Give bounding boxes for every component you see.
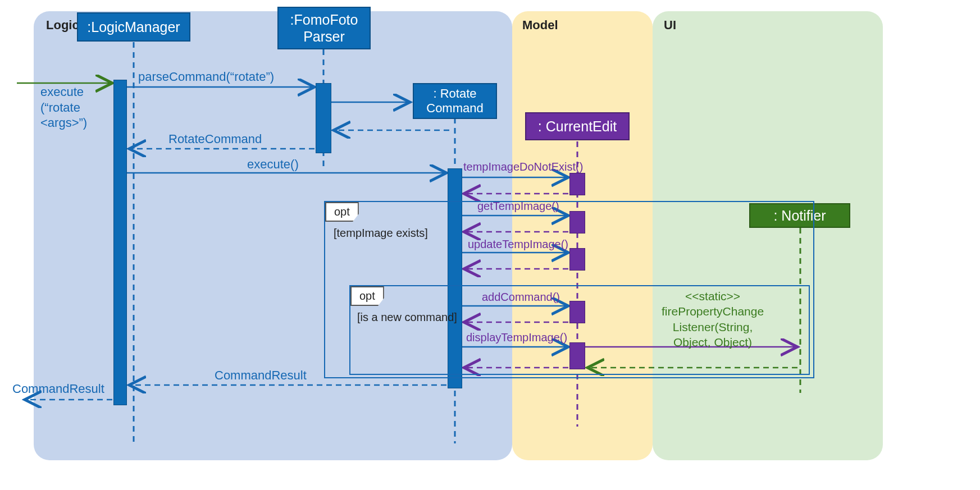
execute-label: execute(): [247, 157, 299, 172]
rotatecommand-lifeline: : Rotate Command: [413, 83, 497, 119]
opt-tag-1: opt: [325, 202, 359, 222]
commandresult-out-label: CommandResult: [12, 382, 104, 396]
displaytempimage-label: displayTempImage(): [466, 331, 567, 344]
logicmanager-activation: [113, 80, 127, 405]
opt-guard-1: [tempImage exists]: [334, 227, 428, 240]
rotatecommand-return-label: RotateCommand: [168, 132, 262, 146]
currentedit-activation-1: [569, 173, 585, 195]
parser-activation: [316, 83, 331, 153]
tempimagedonotexist-label: tempImageDoNotExist(): [463, 161, 583, 173]
parsecommand-label: parseCommand(“rotate”): [138, 70, 274, 84]
updatetempimage-label: updateTempImage(): [468, 238, 568, 251]
fomofotoparser-lifeline: :FomoFoto Parser: [277, 7, 371, 49]
firepropertychange-label: <<static>> firePropertyChange Listener(S…: [662, 288, 764, 350]
commandresult-label: CommandResult: [215, 368, 307, 383]
sequence-diagram: Logic Model UI: [0, 0, 980, 490]
opt-guard-2: [is a new command]: [357, 311, 457, 324]
addcommand-label: addCommand(): [482, 291, 560, 304]
opt-tag-2: opt: [350, 286, 384, 306]
currentedit-lifeline: : CurrentEdit: [525, 112, 630, 140]
execute-in-label: execute (“rotate <args>”): [40, 84, 87, 131]
logicmanager-lifeline: :LogicManager: [77, 12, 190, 42]
gettempimage-label: getTempImage(): [477, 200, 559, 213]
